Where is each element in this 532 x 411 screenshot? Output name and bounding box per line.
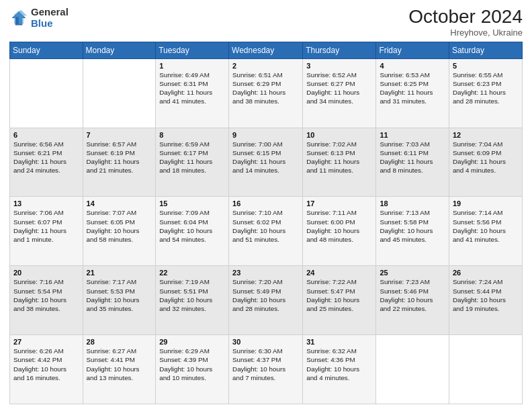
day-content: Sunrise: 7:22 AM Sunset: 5:47 PM Dayligh… [306,277,372,313]
day-content: Sunrise: 7:17 AM Sunset: 5:53 PM Dayligh… [87,277,152,313]
day-number: 8 [159,131,225,139]
day-number: 27 [13,338,79,346]
header-saturday: Saturday [449,42,522,58]
day-cell: 15Sunrise: 7:09 AM Sunset: 6:04 PM Dayli… [156,197,229,266]
day-cell: 1Sunrise: 6:49 AM Sunset: 6:31 PM Daylig… [156,58,229,128]
day-number: 18 [380,199,445,208]
day-number: 11 [380,131,445,139]
day-number: 6 [13,131,79,139]
day-content: Sunrise: 7:04 AM Sunset: 6:09 PM Dayligh… [453,140,519,175]
day-number: 13 [13,199,79,208]
day-cell: 7Sunrise: 6:57 AM Sunset: 6:19 PM Daylig… [83,128,156,197]
day-cell: 12Sunrise: 7:04 AM Sunset: 6:09 PM Dayli… [449,128,522,197]
day-number: 2 [232,62,299,70]
day-number: 30 [232,338,299,346]
week-row-2: 6Sunrise: 6:56 AM Sunset: 6:21 PM Daylig… [10,128,523,197]
day-content: Sunrise: 6:53 AM Sunset: 6:25 PM Dayligh… [380,71,445,106]
day-number: 26 [453,269,519,277]
day-content: Sunrise: 7:14 AM Sunset: 5:56 PM Dayligh… [453,208,519,244]
header-row: SundayMondayTuesdayWednesdayThursdayFrid… [10,42,523,58]
day-content: Sunrise: 6:26 AM Sunset: 4:42 PM Dayligh… [13,347,79,382]
day-content: Sunrise: 7:06 AM Sunset: 6:07 PM Dayligh… [13,208,79,244]
day-number: 29 [159,338,225,346]
day-content: Sunrise: 6:55 AM Sunset: 6:23 PM Dayligh… [453,71,519,106]
day-cell: 21Sunrise: 7:17 AM Sunset: 5:53 PM Dayli… [83,266,156,335]
day-cell: 3Sunrise: 6:52 AM Sunset: 6:27 PM Daylig… [303,58,376,128]
day-number: 28 [87,338,152,346]
day-cell: 16Sunrise: 7:10 AM Sunset: 6:02 PM Dayli… [229,197,303,266]
day-content: Sunrise: 6:59 AM Sunset: 6:17 PM Dayligh… [159,140,225,175]
day-cell: 14Sunrise: 7:07 AM Sunset: 6:05 PM Dayli… [83,197,156,266]
title-block: October 2024 Hreyhove, Ukraine [408,7,523,38]
header-wednesday: Wednesday [229,42,303,58]
day-cell: 17Sunrise: 7:11 AM Sunset: 6:00 PM Dayli… [303,197,376,266]
day-content: Sunrise: 6:52 AM Sunset: 6:27 PM Dayligh… [306,71,372,106]
header-monday: Monday [83,42,156,58]
header-thursday: Thursday [303,42,376,58]
calendar-table: SundayMondayTuesdayWednesdayThursdayFrid… [9,42,523,404]
day-cell: 10Sunrise: 7:02 AM Sunset: 6:13 PM Dayli… [303,128,376,197]
header-tuesday: Tuesday [156,42,229,58]
day-content: Sunrise: 7:03 AM Sunset: 6:11 PM Dayligh… [380,140,445,175]
day-cell: 13Sunrise: 7:06 AM Sunset: 6:07 PM Dayli… [10,197,83,266]
title-location: Hreyhove, Ukraine [408,28,523,38]
day-number: 12 [453,131,519,139]
day-cell: 25Sunrise: 7:23 AM Sunset: 5:46 PM Dayli… [376,266,449,335]
day-cell: 9Sunrise: 7:00 AM Sunset: 6:15 PM Daylig… [229,128,303,197]
day-number: 19 [453,199,519,208]
day-content: Sunrise: 7:11 AM Sunset: 6:00 PM Dayligh… [306,208,372,244]
day-content: Sunrise: 7:23 AM Sunset: 5:46 PM Dayligh… [380,277,445,313]
page-header: General Blue October 2024 Hreyhove, Ukra… [9,7,523,38]
day-number: 31 [306,338,372,346]
header-friday: Friday [376,42,449,58]
day-cell: 23Sunrise: 7:20 AM Sunset: 5:49 PM Dayli… [229,266,303,335]
day-cell: 2Sunrise: 6:51 AM Sunset: 6:29 PM Daylig… [229,58,303,128]
day-cell [10,58,83,128]
day-content: Sunrise: 6:27 AM Sunset: 4:41 PM Dayligh… [87,347,152,382]
week-row-4: 20Sunrise: 7:16 AM Sunset: 5:54 PM Dayli… [10,266,523,335]
day-number: 10 [306,131,372,139]
day-cell [83,58,156,128]
day-cell [449,335,522,404]
day-cell: 31Sunrise: 6:32 AM Sunset: 4:36 PM Dayli… [303,335,376,404]
day-number: 1 [159,62,225,70]
logo-icon [9,9,28,28]
day-content: Sunrise: 7:09 AM Sunset: 6:04 PM Dayligh… [159,208,225,244]
day-number: 23 [232,269,299,277]
day-number: 21 [87,269,152,277]
day-number: 4 [380,62,445,70]
day-number: 24 [306,269,372,277]
day-content: Sunrise: 7:02 AM Sunset: 6:13 PM Dayligh… [306,140,372,175]
week-row-1: 1Sunrise: 6:49 AM Sunset: 6:31 PM Daylig… [10,58,523,128]
day-content: Sunrise: 7:16 AM Sunset: 5:54 PM Dayligh… [13,277,79,313]
day-content: Sunrise: 7:24 AM Sunset: 5:44 PM Dayligh… [453,277,519,313]
logo: General Blue [9,7,69,29]
day-number: 20 [13,269,79,277]
day-cell: 19Sunrise: 7:14 AM Sunset: 5:56 PM Dayli… [449,197,522,266]
day-cell: 24Sunrise: 7:22 AM Sunset: 5:47 PM Dayli… [303,266,376,335]
day-cell [376,335,449,404]
day-cell: 29Sunrise: 6:29 AM Sunset: 4:39 PM Dayli… [156,335,229,404]
day-content: Sunrise: 6:29 AM Sunset: 4:39 PM Dayligh… [159,347,225,382]
day-content: Sunrise: 7:07 AM Sunset: 6:05 PM Dayligh… [87,208,152,244]
day-content: Sunrise: 7:00 AM Sunset: 6:15 PM Dayligh… [232,140,299,175]
day-cell: 28Sunrise: 6:27 AM Sunset: 4:41 PM Dayli… [83,335,156,404]
day-content: Sunrise: 6:51 AM Sunset: 6:29 PM Dayligh… [232,71,299,106]
day-cell: 5Sunrise: 6:55 AM Sunset: 6:23 PM Daylig… [449,58,522,128]
day-number: 14 [87,199,152,208]
day-content: Sunrise: 6:57 AM Sunset: 6:19 PM Dayligh… [87,140,152,175]
day-number: 5 [453,62,519,70]
day-cell: 18Sunrise: 7:13 AM Sunset: 5:58 PM Dayli… [376,197,449,266]
day-number: 17 [306,199,372,208]
header-sunday: Sunday [10,42,83,58]
day-content: Sunrise: 7:13 AM Sunset: 5:58 PM Dayligh… [380,208,445,244]
day-content: Sunrise: 6:56 AM Sunset: 6:21 PM Dayligh… [13,140,79,175]
day-number: 9 [232,131,299,139]
day-cell: 26Sunrise: 7:24 AM Sunset: 5:44 PM Dayli… [449,266,522,335]
day-cell: 22Sunrise: 7:19 AM Sunset: 5:51 PM Dayli… [156,266,229,335]
day-cell: 27Sunrise: 6:26 AM Sunset: 4:42 PM Dayli… [10,335,83,404]
day-content: Sunrise: 6:32 AM Sunset: 4:36 PM Dayligh… [306,347,372,382]
day-content: Sunrise: 7:10 AM Sunset: 6:02 PM Dayligh… [232,208,299,244]
week-row-5: 27Sunrise: 6:26 AM Sunset: 4:42 PM Dayli… [10,335,523,404]
day-content: Sunrise: 7:19 AM Sunset: 5:51 PM Dayligh… [159,277,225,313]
